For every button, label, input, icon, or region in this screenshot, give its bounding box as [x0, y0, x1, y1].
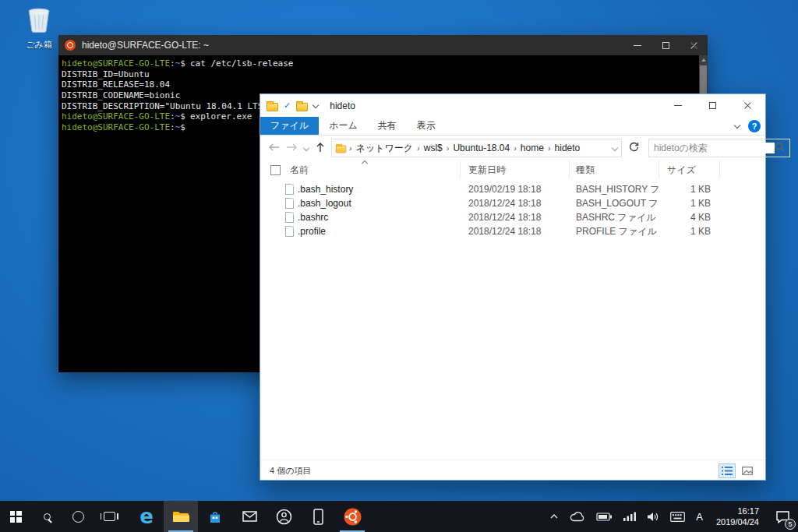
properties-icon[interactable]: ✓ [284, 100, 291, 111]
file-icon [285, 198, 294, 209]
quick-access-toolbar: ✓ [267, 100, 319, 111]
expand-ribbon-chevron-icon[interactable] [735, 123, 740, 129]
search-box [648, 139, 790, 157]
recent-locations-chevron-icon[interactable] [304, 146, 309, 151]
taskbar-edge-button[interactable]: e [129, 501, 164, 532]
taskbar-search-button[interactable] [31, 501, 62, 532]
breadcrumb: › ネットワーク › wsl$ › Ubuntu-18.04 › home › … [348, 142, 611, 155]
ubuntu-icon [65, 40, 76, 51]
taskbar-phone-button[interactable] [301, 501, 335, 532]
cortana-icon [72, 511, 84, 523]
file-size: 1 KB [659, 226, 720, 237]
item-count: 4 個の項目 [270, 465, 311, 477]
help-icon[interactable]: ? [748, 120, 761, 132]
breadcrumb-home[interactable]: home [517, 143, 547, 153]
explorer-window: ✓ hideto ファイル ホーム 共有 表示 ? [260, 93, 766, 481]
volume-tray-button[interactable] [641, 501, 665, 532]
select-all-checkbox[interactable] [270, 165, 281, 175]
file-modified: 2018/12/24 18:18 [461, 226, 570, 237]
file-name: .bash_history [298, 184, 353, 195]
select-all-checkbox-cell[interactable] [260, 160, 284, 179]
column-header-name[interactable]: 名前 [284, 160, 461, 179]
scrollbar-up-arrow[interactable] [699, 55, 708, 65]
onedrive-tray-button[interactable] [564, 501, 591, 532]
customize-qat-chevron-icon[interactable] [313, 103, 319, 108]
file-rows: .bash_history 2019/02/19 18:18 BASH_HIST… [260, 182, 765, 238]
battery-icon [596, 513, 613, 521]
ribbon-tab-file[interactable]: ファイル [260, 117, 319, 135]
back-button[interactable] [268, 143, 280, 154]
recycle-bin-label: ごみ箱 [14, 39, 64, 51]
touch-keyboard-button[interactable] [665, 501, 690, 532]
battery-tray-button[interactable] [591, 501, 618, 532]
forward-button[interactable] [286, 143, 298, 154]
file-size: 4 KB [659, 212, 720, 223]
up-button[interactable] [316, 142, 325, 155]
terminal-titlebar[interactable]: hideto@SURFACE-GO-LTE: ~ [58, 35, 708, 55]
notification-badge: 5 [785, 519, 796, 530]
taskbar-explorer-button[interactable] [164, 501, 198, 532]
file-row[interactable]: .profile 2018/12/24 18:18 PROFILE ファイル 1… [260, 224, 765, 238]
taskbar-mail-button[interactable] [232, 501, 267, 532]
file-type: BASH_LOGOUT ファイル [570, 197, 659, 210]
people-icon [276, 509, 292, 525]
ribbon-tab-home[interactable]: ホーム [319, 117, 368, 135]
large-icons-view-button[interactable] [739, 463, 756, 478]
task-view-button[interactable] [94, 501, 125, 532]
taskbar-clock[interactable]: 16:17 2019/04/24 [708, 501, 767, 532]
search-input[interactable] [654, 143, 775, 153]
file-row[interactable]: .bash_history 2019/02/19 18:18 BASH_HIST… [260, 182, 765, 196]
terminal-minimize-button[interactable] [623, 35, 651, 55]
address-bar: › ネットワーク › wsl$ › Ubuntu-18.04 › home › … [260, 136, 765, 160]
file-modified: 2019/02/19 18:18 [461, 184, 570, 195]
task-view-icon [104, 512, 115, 521]
address-dropdown-chevron-icon[interactable] [613, 146, 618, 151]
file-row[interactable]: .bashrc 2018/12/24 18:18 BASHRC ファイル 4 K… [260, 210, 765, 224]
explorer-maximize-button[interactable] [695, 94, 730, 117]
hidden-icons-button[interactable] [544, 501, 564, 532]
breadcrumb-network[interactable]: ネットワーク [353, 142, 416, 155]
details-view-button[interactable] [719, 463, 736, 478]
taskbar-people-button[interactable] [267, 501, 301, 532]
ribbon-tab-share[interactable]: 共有 [368, 117, 407, 135]
terminal-line: hideto@SURFACE-GO-LTE:~$cat /etc/lsb-rel… [62, 58, 697, 69]
terminal-maximize-button[interactable] [651, 35, 680, 55]
breadcrumb-distro[interactable]: Ubuntu-18.04 [450, 143, 513, 153]
breadcrumb-user[interactable]: hideto [552, 143, 584, 153]
file-name: .profile [298, 226, 326, 237]
address-folder-icon [336, 146, 347, 153]
clock-date: 2019/04/24 [716, 516, 759, 527]
ribbon-tabs: ファイル ホーム 共有 表示 ? [260, 117, 765, 136]
breadcrumb-wsl[interactable]: wsl$ [421, 143, 446, 153]
file-icon [285, 184, 294, 195]
file-modified: 2018/12/24 18:18 [461, 198, 570, 209]
file-icon [285, 212, 294, 223]
terminal-close-button[interactable] [680, 35, 708, 55]
terminal-line: DISTRIB_ID=Ubuntu [62, 69, 697, 80]
explorer-close-button[interactable] [730, 94, 765, 117]
new-folder-icon[interactable] [296, 103, 308, 111]
cellular-tray-button[interactable] [618, 501, 641, 532]
column-header-modified[interactable]: 更新日時 [461, 160, 570, 179]
explorer-titlebar[interactable]: ✓ hideto [260, 94, 765, 117]
taskbar-store-button[interactable] [198, 501, 232, 532]
cortana-button[interactable] [62, 501, 94, 532]
column-header-size[interactable]: サイズ [659, 160, 720, 179]
taskbar-ubuntu-button[interactable] [335, 501, 369, 532]
explorer-minimize-button[interactable] [660, 94, 695, 117]
recycle-bin[interactable]: ごみ箱 [14, 6, 64, 51]
cloud-icon [570, 511, 585, 522]
explorer-window-title: hideto [330, 100, 660, 111]
chevron-up-icon [549, 513, 559, 520]
action-center-button[interactable]: 5 [767, 501, 798, 532]
ribbon-tab-view[interactable]: 表示 [407, 117, 446, 135]
status-bar: 4 個の項目 [260, 460, 765, 481]
column-header-type[interactable]: 種類 [570, 160, 659, 179]
file-row[interactable]: .bash_logout 2018/12/24 18:18 BASH_LOGOU… [260, 196, 765, 210]
column-headers: 名前 更新日時 種類 サイズ [260, 160, 765, 179]
ime-indicator[interactable]: A [690, 501, 708, 532]
address-box[interactable]: › ネットワーク › wsl$ › Ubuntu-18.04 › home › … [331, 139, 622, 157]
refresh-button[interactable] [625, 142, 642, 155]
start-button[interactable] [0, 501, 31, 532]
search-icon[interactable] [775, 142, 785, 154]
